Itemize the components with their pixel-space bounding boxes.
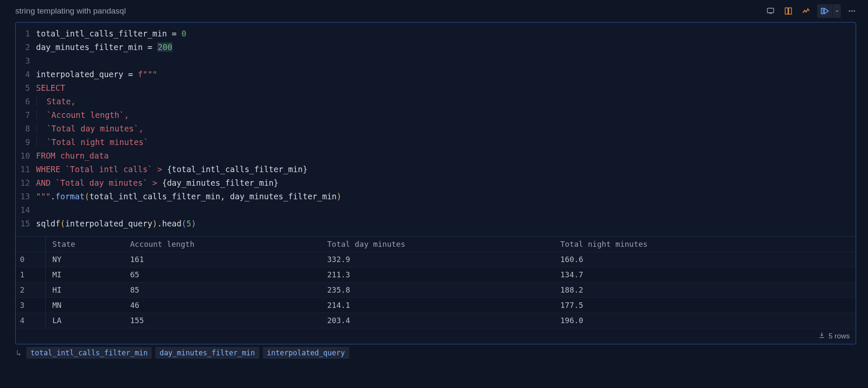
cell-toolbar <box>764 4 859 18</box>
svg-rect-2 <box>789 8 792 14</box>
svg-point-5 <box>851 10 852 11</box>
cell-account-length: 65 <box>126 267 323 282</box>
svg-rect-1 <box>785 8 788 14</box>
cell-account-length: 85 <box>126 282 323 298</box>
column-header-account-length[interactable]: Account length <box>126 237 323 252</box>
variable-chip[interactable]: total_intl_calls_filter_min <box>26 347 152 359</box>
index-header <box>16 237 45 252</box>
column-header-total-night-minutes[interactable]: Total night minutes <box>556 237 856 252</box>
table-row[interactable]: 4LA155203.4196.0 <box>16 313 856 328</box>
cell-night-minutes: 196.0 <box>556 313 856 328</box>
cell-night-minutes: 188.2 <box>556 282 856 298</box>
variable-chip[interactable]: day_minutes_filter_min <box>155 347 259 359</box>
run-button[interactable] <box>817 4 832 18</box>
cell-state: NY <box>45 252 126 267</box>
download-icon[interactable] <box>818 332 825 341</box>
cell-state: MN <box>45 298 126 313</box>
variable-chip[interactable]: interpolated_query <box>263 347 349 359</box>
svg-rect-3 <box>821 8 823 14</box>
table-row[interactable]: 1MI65211.3134.7 <box>16 267 856 282</box>
layout-icon[interactable] <box>782 4 795 18</box>
cell-account-length: 155 <box>126 313 323 328</box>
svg-point-6 <box>854 10 855 11</box>
table-header-row: State Account length Total day minutes T… <box>16 237 856 252</box>
more-icon[interactable] <box>845 4 859 18</box>
cell-account-length: 46 <box>126 298 323 313</box>
table-row[interactable]: 2HI85235.8188.2 <box>16 282 856 298</box>
cell-account-length: 161 <box>126 252 323 267</box>
table-footer: 5 rows <box>16 328 856 344</box>
code-area[interactable]: total_intl_calls_filter_min = 0 day_minu… <box>36 27 342 230</box>
row-count-label: 5 rows <box>829 332 850 341</box>
cell-title: string templating with pandasql <box>15 6 126 16</box>
svg-point-4 <box>849 10 850 11</box>
code-editor[interactable]: 123456789101112131415 total_intl_calls_f… <box>16 22 856 236</box>
row-index: 4 <box>16 313 45 328</box>
run-button-group <box>817 4 841 18</box>
cell-state: MI <box>45 267 126 282</box>
output-table: State Account length Total day minutes T… <box>16 236 856 328</box>
line-gutter: 123456789101112131415 <box>16 27 36 230</box>
chart-icon[interactable] <box>799 4 813 18</box>
cell-state: HI <box>45 282 126 298</box>
row-index: 2 <box>16 282 45 298</box>
cell-day-minutes: 235.8 <box>323 282 556 298</box>
run-chevron-down-icon[interactable] <box>832 4 841 18</box>
comment-icon[interactable] <box>764 4 777 18</box>
cell-state: LA <box>45 313 126 328</box>
table-row[interactable]: 3MN46214.1177.5 <box>16 298 856 313</box>
row-index: 0 <box>16 252 45 267</box>
cell-day-minutes: 332.9 <box>323 252 556 267</box>
svg-rect-0 <box>768 8 774 13</box>
cell-header: string templating with pandasql <box>0 0 868 22</box>
cell-variables: ↳ total_intl_calls_filter_min day_minute… <box>0 344 868 359</box>
cell-day-minutes: 211.3 <box>323 267 556 282</box>
table-row[interactable]: 0NY161332.9160.6 <box>16 252 856 267</box>
column-header-total-day-minutes[interactable]: Total day minutes <box>323 237 556 252</box>
cell-night-minutes: 134.7 <box>556 267 856 282</box>
row-index: 1 <box>16 267 45 282</box>
cell-day-minutes: 203.4 <box>323 313 556 328</box>
row-index: 3 <box>16 298 45 313</box>
cell-night-minutes: 160.6 <box>556 252 856 267</box>
column-header-state[interactable]: State <box>45 237 126 252</box>
cell-night-minutes: 177.5 <box>556 298 856 313</box>
code-cell: 123456789101112131415 total_intl_calls_f… <box>15 22 856 344</box>
return-arrow-icon: ↳ <box>16 348 21 358</box>
cell-day-minutes: 214.1 <box>323 298 556 313</box>
